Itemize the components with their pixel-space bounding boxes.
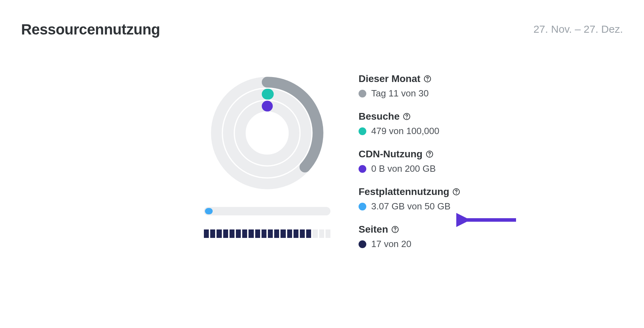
help-icon[interactable] — [452, 188, 461, 196]
legend-item-pages: Seiten 17 von 20 — [359, 224, 461, 250]
page-block — [268, 229, 273, 238]
svg-point-8 — [429, 156, 430, 156]
legend-dot-cdn — [359, 165, 366, 173]
radial-chart — [207, 73, 327, 193]
page-block — [306, 229, 311, 238]
page-block — [262, 229, 266, 238]
legend-title-disk: Festplattennutzung — [359, 186, 449, 197]
page-block — [217, 229, 221, 238]
page-block — [274, 229, 279, 238]
help-icon[interactable] — [423, 75, 432, 83]
page-block — [210, 229, 215, 238]
legend-item-cdn: CDN-Nutzung 0 B von 200 GB — [359, 149, 461, 174]
annotation-arrow-icon — [456, 211, 520, 229]
date-range: 27. Nov. – 27. Dez. — [533, 21, 623, 35]
legend-item-month: Dieser Monat Tag 11 von 30 — [359, 73, 461, 99]
svg-point-12 — [395, 231, 395, 232]
help-icon[interactable] — [391, 225, 399, 234]
page-block — [281, 229, 285, 238]
legend-dot-month — [359, 90, 366, 97]
legend-title-pages: Seiten — [359, 224, 388, 235]
page-title: Ressourcennutzung — [21, 21, 160, 38]
legend-item-disk: Festplattennutzung 3.07 GB von 50 GB — [359, 186, 461, 212]
svg-point-10 — [456, 193, 457, 194]
disk-usage-fill — [205, 208, 213, 214]
page-block — [204, 229, 209, 238]
page-block — [287, 229, 292, 238]
svg-point-6 — [406, 118, 407, 119]
charts-column — [197, 73, 337, 261]
page-block — [242, 229, 247, 238]
svg-point-4 — [427, 80, 428, 81]
legend-item-visits: Besuche 479 von 100,000 — [359, 111, 461, 137]
legend-value-month: Tag 11 von 30 — [371, 88, 429, 99]
page-block — [255, 229, 260, 238]
page-block — [319, 229, 324, 238]
pages-blocks — [204, 229, 330, 238]
legend-value-disk: 3.07 GB von 50 GB — [371, 201, 450, 212]
legend-value-cdn: 0 B von 200 GB — [371, 163, 436, 174]
legend: Dieser Monat Tag 11 von 30 — [359, 73, 461, 261]
page-block — [249, 229, 253, 238]
page-block — [223, 229, 228, 238]
page-block — [230, 229, 234, 238]
legend-dot-pages — [359, 240, 366, 248]
legend-value-pages: 17 von 20 — [371, 239, 411, 250]
legend-title-month: Dieser Monat — [359, 73, 420, 84]
content: Dieser Monat Tag 11 von 30 — [21, 73, 623, 261]
help-icon[interactable] — [402, 112, 411, 121]
page-block — [326, 229, 330, 238]
disk-usage-bar — [204, 207, 330, 215]
page-block — [236, 229, 241, 238]
page-block — [294, 229, 298, 238]
legend-dot-visits — [359, 127, 366, 135]
svg-point-2 — [240, 106, 294, 160]
legend-title-cdn: CDN-Nutzung — [359, 149, 423, 160]
page-block — [313, 229, 317, 238]
page-block — [300, 229, 305, 238]
legend-value-visits: 479 von 100,000 — [371, 126, 439, 137]
header: Ressourcennutzung 27. Nov. – 27. Dez. — [21, 21, 623, 38]
help-icon[interactable] — [425, 150, 434, 158]
legend-dot-disk — [359, 203, 366, 210]
legend-title-visits: Besuche — [359, 111, 400, 122]
